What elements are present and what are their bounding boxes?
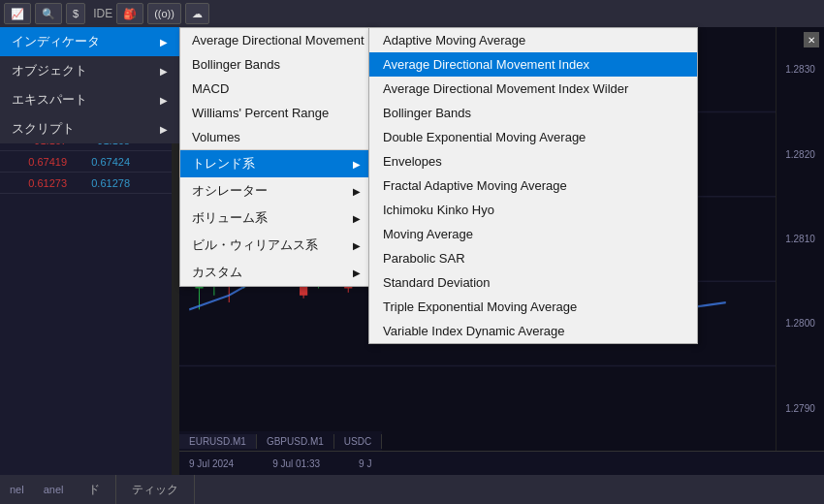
bottom-tab-2-label: ティック bbox=[132, 482, 178, 498]
submenu2-item-vida[interactable]: Variable Index Dynamic Average bbox=[369, 319, 697, 343]
bottom-label-2: anel bbox=[34, 479, 74, 500]
submenu-item-volumes[interactable]: Volumes bbox=[180, 125, 372, 150]
time-label-2: 9 J bbox=[359, 458, 371, 469]
submenu-label-volumes: Volumes bbox=[192, 130, 240, 144]
submenu2-label-ichimoku: Ichimoku Kinko Hyo bbox=[383, 203, 494, 217]
submenu-indicators: Average Directional Movement Index Bolli… bbox=[179, 27, 373, 287]
submenu-label-bollinger: Bollinger Bands bbox=[192, 57, 280, 72]
submenu-label-custom: カスタム bbox=[192, 264, 242, 281]
submenu-item-macd[interactable]: MACD bbox=[180, 77, 372, 101]
menu-label-indicators: インディケータ bbox=[12, 33, 100, 50]
submenu-item-custom[interactable]: カスタム ▶ bbox=[180, 259, 372, 286]
arrow-icon-volume2: ▶ bbox=[353, 213, 361, 224]
toolbar-signal-btn[interactable]: ((o)) bbox=[147, 3, 181, 24]
submenu2-item-frama[interactable]: Fractal Adaptive Moving Average bbox=[369, 173, 697, 198]
market-row: 0.61273 0.61278 bbox=[0, 173, 179, 194]
submenu2-label-parabolic: Parabolic SAR bbox=[383, 251, 465, 266]
submenu-item-bollinger[interactable]: Bollinger Bands bbox=[180, 52, 372, 77]
submenu2-item-dema[interactable]: Double Exponential Moving Average bbox=[369, 125, 697, 149]
submenu2-item-adaptive-ma[interactable]: Adaptive Moving Average bbox=[369, 28, 697, 52]
submenu2-label-vida: Variable Index Dynamic Average bbox=[383, 324, 564, 338]
submenu-item-oscillator[interactable]: オシレーター ▶ bbox=[180, 177, 372, 205]
chart-time-bar: 9 Jul 2024 9 Jul 01:33 9 J bbox=[179, 451, 824, 475]
submenu-item-adm[interactable]: Average Directional Movement Index bbox=[180, 28, 372, 52]
arrow-icon-objects: ▶ bbox=[160, 66, 168, 77]
zoom-icon: 🔍 bbox=[42, 8, 55, 20]
submenu2-label-adm-wilder: Average Directional Movement Index Wilde… bbox=[383, 81, 628, 96]
submenu2-label-stddev: Standard Deviation bbox=[383, 275, 491, 290]
menu-label-scripts: スクリプト bbox=[12, 120, 75, 138]
submenu-label-trend: トレンド系 bbox=[192, 155, 255, 173]
chart-icon: 📈 bbox=[11, 8, 24, 20]
arrow-icon-williams2: ▶ bbox=[353, 240, 361, 251]
submenu-label-volume2: ボリューム系 bbox=[192, 209, 268, 227]
currency-icon: $ bbox=[73, 8, 79, 19]
menu-bar: インディケータ ▶ オブジェクト ▶ エキスパート ▶ スクリプト ▶ bbox=[0, 27, 179, 143]
toolbar-cloud-btn[interactable]: ☁ bbox=[185, 3, 209, 24]
window-close-button[interactable]: ✕ bbox=[804, 32, 819, 47]
price-label-1: 1.2830 bbox=[785, 64, 815, 75]
submenu-label-adm: Average Directional Movement Index bbox=[192, 33, 398, 47]
cloud-icon: ☁ bbox=[192, 8, 203, 20]
price-label-2: 1.2820 bbox=[785, 149, 815, 160]
signal-icon: ((o)) bbox=[154, 8, 174, 19]
bag-icon: 🎒 bbox=[123, 8, 137, 20]
arrow-icon-indicators: ▶ bbox=[160, 37, 168, 47]
price-label-4: 1.2800 bbox=[785, 318, 815, 329]
menu-item-scripts[interactable]: スクリプト ▶ bbox=[0, 114, 179, 143]
submenu-label-oscillator: オシレーター bbox=[192, 182, 268, 200]
submenu2-label-ma: Moving Average bbox=[383, 227, 473, 241]
arrow-icon-trend: ▶ bbox=[353, 159, 361, 170]
submenu2-item-tema[interactable]: Triple Exponential Moving Average bbox=[369, 295, 697, 319]
pair-tab-usdc[interactable]: USDC bbox=[334, 434, 382, 449]
time-label-1: 9 Jul 01:33 bbox=[272, 458, 320, 469]
price-label-3: 1.2810 bbox=[785, 234, 815, 244]
price-scale: 1.2830 1.2820 1.2810 1.2800 1.2790 bbox=[776, 27, 824, 451]
pair-tab-gbpusd[interactable]: GBPUSD.M1 bbox=[257, 434, 334, 449]
toolbar-zoom-btn[interactable]: 🔍 bbox=[35, 3, 62, 24]
menu-label-objects: オブジェクト bbox=[12, 62, 87, 79]
submenu-item-volume2[interactable]: ボリューム系 ▶ bbox=[180, 205, 372, 232]
submenu2-item-adm-wilder[interactable]: Average Directional Movement Index Wilde… bbox=[369, 77, 697, 101]
submenu2-item-adm-index[interactable]: Average Directional Movement Index bbox=[369, 52, 697, 77]
ask-6: 0.61278 bbox=[67, 177, 130, 189]
submenu2-label-envelopes: Envelopes bbox=[383, 154, 442, 169]
submenu-trend: Adaptive Moving Average Average Directio… bbox=[368, 27, 698, 344]
toolbar-chart-btn[interactable]: 📈 bbox=[4, 3, 31, 24]
submenu2-label-adm-index: Average Directional Movement Index bbox=[383, 57, 589, 72]
arrow-icon-scripts: ▶ bbox=[160, 124, 168, 135]
toolbar: 📈 🔍 $ IDE 🎒 ((o)) ☁ bbox=[0, 0, 824, 27]
bottom-tab-1[interactable]: ド bbox=[73, 475, 116, 504]
submenu-label-williams: Williams' Percent Range bbox=[192, 106, 329, 120]
chart-pair-tabs: EURUSD.M1 GBPUSD.M1 USDC bbox=[179, 431, 382, 451]
bottom-tab-2[interactable]: ティック bbox=[116, 475, 195, 504]
submenu2-label-dema: Double Exponential Moving Average bbox=[383, 130, 586, 144]
menu-item-experts[interactable]: エキスパート ▶ bbox=[0, 85, 179, 114]
ide-label: IDE bbox=[93, 7, 112, 20]
time-label-0: 9 Jul 2024 bbox=[189, 458, 234, 469]
submenu2-item-envelopes[interactable]: Envelopes bbox=[369, 149, 697, 173]
submenu2-label-adaptive-ma: Adaptive Moving Average bbox=[383, 33, 525, 47]
submenu2-item-parabolic[interactable]: Parabolic SAR bbox=[369, 246, 697, 270]
submenu2-item-ichimoku[interactable]: Ichimoku Kinko Hyo bbox=[369, 198, 697, 222]
menu-item-objects[interactable]: オブジェクト ▶ bbox=[0, 56, 179, 85]
arrow-icon-experts: ▶ bbox=[160, 95, 168, 106]
price-label-5: 1.2790 bbox=[785, 403, 815, 414]
menu-item-indicators[interactable]: インディケータ ▶ bbox=[0, 27, 179, 56]
submenu-item-trend[interactable]: トレンド系 ▶ bbox=[180, 150, 372, 177]
toolbar-bag-btn[interactable]: 🎒 bbox=[116, 3, 143, 24]
menu-label-experts: エキスパート bbox=[12, 91, 87, 109]
market-row: 0.67419 0.67424 bbox=[0, 151, 179, 173]
submenu-item-williams2[interactable]: ビル・ウィリアムス系 ▶ bbox=[180, 232, 372, 259]
submenu2-label-tema: Triple Exponential Moving Average bbox=[383, 299, 577, 314]
submenu2-item-ma[interactable]: Moving Average bbox=[369, 222, 697, 246]
toolbar-currency-btn[interactable]: $ bbox=[66, 3, 85, 24]
submenu2-item-stddev[interactable]: Standard Deviation bbox=[369, 270, 697, 295]
submenu-item-williams[interactable]: Williams' Percent Range bbox=[180, 101, 372, 125]
bid-6: 0.61273 bbox=[4, 177, 67, 189]
submenu2-item-bb[interactable]: Bollinger Bands bbox=[369, 101, 697, 125]
submenu2-label-bb: Bollinger Bands bbox=[383, 106, 471, 120]
pair-tab-eurusd[interactable]: EURUSD.M1 bbox=[179, 434, 257, 449]
bid-5: 0.67419 bbox=[4, 156, 67, 168]
arrow-icon-custom: ▶ bbox=[353, 268, 361, 278]
